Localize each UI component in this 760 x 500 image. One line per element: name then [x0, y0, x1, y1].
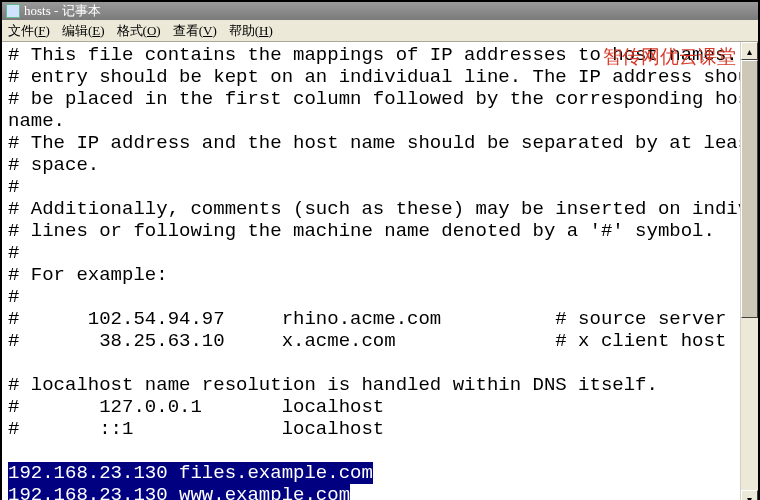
- notepad-window: hosts - 记事本 文件(F) 编辑(E) 格式(O) 查看(V) 帮助(H…: [0, 0, 760, 500]
- menu-edit[interactable]: 编辑(E): [56, 20, 111, 42]
- text-line: # 102.54.94.97 rhino.acme.com # source s…: [8, 308, 736, 330]
- text-line: # Additionally, comments (such as these)…: [8, 198, 736, 220]
- text-line: [8, 352, 736, 374]
- text-editor[interactable]: # This file contains the mappings of IP …: [2, 42, 740, 500]
- text-line: # 38.25.63.10 x.acme.com # x client host: [8, 330, 736, 352]
- menubar: 文件(F) 编辑(E) 格式(O) 查看(V) 帮助(H): [2, 20, 758, 42]
- scroll-up-button[interactable]: ▴: [741, 42, 758, 60]
- menu-help[interactable]: 帮助(H): [223, 20, 279, 42]
- text-line: name.: [8, 110, 736, 132]
- window-title: hosts - 记事本: [24, 2, 101, 20]
- text-line: 192.168.23.130 files.example.com: [8, 462, 736, 484]
- vertical-scrollbar[interactable]: ▴ ▾: [740, 42, 758, 500]
- text-line: # The IP address and the host name shoul…: [8, 132, 736, 154]
- text-line: # be placed in the first column followed…: [8, 88, 736, 110]
- text-line: # localhost name resolution is handled w…: [8, 374, 736, 396]
- text-line: [8, 440, 736, 462]
- text-line: # space.: [8, 154, 736, 176]
- menu-file[interactable]: 文件(F): [2, 20, 56, 42]
- app-icon: [6, 4, 20, 18]
- titlebar[interactable]: hosts - 记事本: [2, 2, 758, 20]
- scroll-down-button[interactable]: ▾: [741, 490, 758, 500]
- text-line: # ::1 localhost: [8, 418, 736, 440]
- text-line: # lines or following the machine name de…: [8, 220, 736, 242]
- scroll-track[interactable]: [741, 60, 758, 490]
- menu-view[interactable]: 查看(V): [167, 20, 223, 42]
- text-line: # 127.0.0.1 localhost: [8, 396, 736, 418]
- text-line: # entry should be kept on an individual …: [8, 66, 736, 88]
- text-line: #: [8, 176, 736, 198]
- scroll-thumb[interactable]: [741, 60, 758, 318]
- text-line: #: [8, 286, 736, 308]
- menu-format[interactable]: 格式(O): [111, 20, 167, 42]
- content-area: # This file contains the mappings of IP …: [2, 42, 758, 500]
- text-line: 192.168.23.130 www.example.com: [8, 484, 736, 500]
- text-line: # For example:: [8, 264, 736, 286]
- text-line: #: [8, 242, 736, 264]
- text-line: # This file contains the mappings of IP …: [8, 44, 736, 66]
